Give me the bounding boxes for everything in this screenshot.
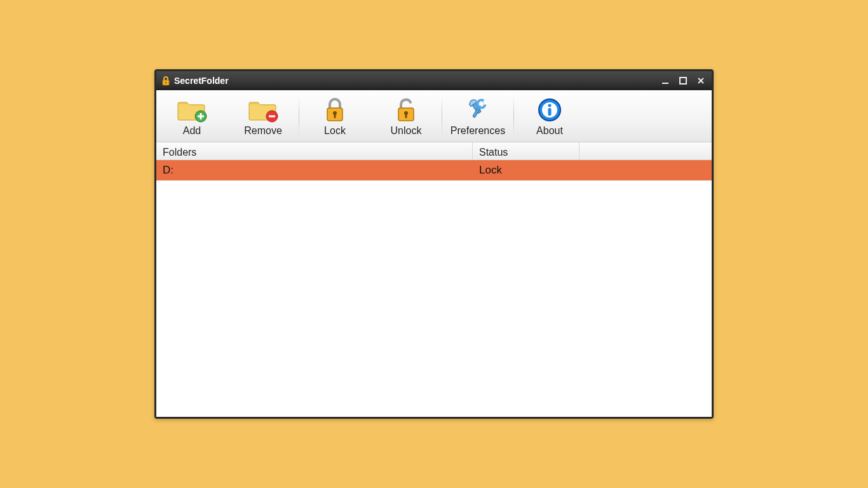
- cell-folder: D:: [156, 164, 473, 177]
- maximize-button[interactable]: [676, 75, 690, 86]
- svg-rect-2: [662, 83, 668, 84]
- header-status[interactable]: Status: [473, 142, 580, 159]
- lock-label: Lock: [324, 125, 346, 137]
- tools-icon: [464, 96, 492, 124]
- lock-button[interactable]: Lock: [299, 90, 370, 142]
- svg-rect-16: [405, 114, 407, 118]
- folder-remove-icon: [247, 96, 280, 124]
- add-label: Add: [183, 125, 201, 137]
- app-lock-icon: [161, 76, 170, 86]
- table-row[interactable]: D: Lock: [156, 160, 712, 180]
- header-folders[interactable]: Folders: [156, 142, 473, 159]
- preferences-button[interactable]: Preferences: [442, 90, 513, 142]
- svg-rect-3: [680, 78, 686, 84]
- about-button[interactable]: About: [514, 90, 585, 142]
- window-title: SecretFolder: [174, 76, 229, 86]
- svg-rect-13: [334, 114, 336, 118]
- about-label: About: [536, 125, 563, 137]
- preferences-label: Preferences: [451, 125, 505, 137]
- svg-rect-8: [198, 115, 204, 117]
- remove-button[interactable]: Remove: [227, 90, 299, 142]
- app-window: SecretFolder: [154, 69, 714, 419]
- unlock-icon: [393, 96, 419, 124]
- svg-point-22: [548, 104, 552, 107]
- titlebar[interactable]: SecretFolder: [156, 71, 712, 90]
- column-headers: Folders Status: [156, 142, 712, 160]
- close-button[interactable]: [694, 75, 708, 86]
- unlock-label: Unlock: [391, 125, 422, 137]
- svg-rect-10: [269, 115, 275, 117]
- folder-add-icon: [175, 96, 208, 124]
- cell-status: Lock: [473, 164, 580, 177]
- list-body: D: Lock: [156, 160, 712, 417]
- lock-icon: [322, 96, 348, 124]
- remove-label: Remove: [244, 125, 282, 137]
- svg-point-1: [165, 82, 166, 83]
- info-icon: [536, 96, 563, 124]
- minimize-button[interactable]: [658, 75, 672, 86]
- toolbar: Add Remove: [156, 90, 712, 142]
- add-button[interactable]: Add: [156, 90, 227, 142]
- svg-rect-23: [548, 108, 552, 116]
- window-controls: [658, 75, 708, 86]
- unlock-button[interactable]: Unlock: [370, 90, 442, 142]
